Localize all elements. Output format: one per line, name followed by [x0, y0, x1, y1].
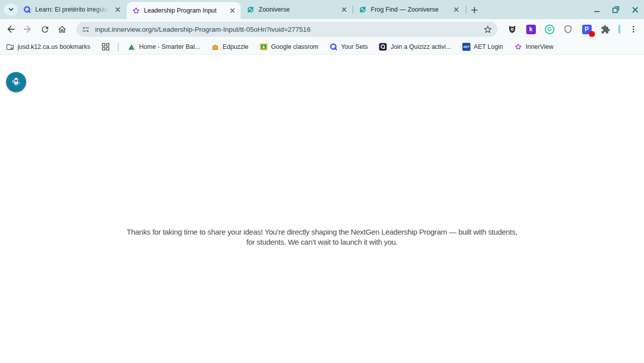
- extensions-area: k G P: [503, 24, 639, 35]
- forward-button[interactable]: [21, 22, 35, 36]
- aet-icon: AET: [462, 43, 470, 51]
- tab-title: Frog Find — Zooniverse: [371, 6, 449, 13]
- profile-avatar-strip[interactable]: [618, 25, 620, 34]
- tab-frog-find-zooniverse[interactable]: Frog Find — Zooniverse: [354, 0, 464, 19]
- bookmark-label: Edpuzzle: [222, 43, 248, 50]
- managed-folder-icon: [6, 43, 14, 51]
- plus-icon: [471, 7, 478, 14]
- bookmark-label: Join a Quizizz activi...: [390, 43, 451, 50]
- p-extension-icon[interactable]: P: [581, 24, 592, 35]
- innerview-logo-glyph-icon: [10, 76, 22, 88]
- tab-strip: Learn: El pretérito irregular | Qu Leade…: [0, 0, 644, 19]
- tab-divider: [466, 6, 466, 14]
- bookmarks-divider: [118, 43, 119, 51]
- zooniverse-icon: [359, 6, 367, 14]
- tab-close-button[interactable]: [340, 6, 348, 14]
- minimize-icon: [594, 7, 600, 13]
- bookmarks-bar: jusd.k12.ca.us bookmarks Home - Smarter …: [0, 39, 644, 55]
- tab-leadership-program-input[interactable]: Leadership Program Input: [127, 2, 240, 19]
- tab-title: Leadership Program Input: [144, 7, 225, 14]
- edpuzzle-icon: [211, 43, 219, 51]
- innerview-icon: [514, 43, 522, 51]
- zooniverse-icon: [247, 6, 255, 14]
- thank-you-message: Thanks for taking time to share your ide…: [123, 227, 521, 247]
- innerview-site-logo: [6, 72, 26, 92]
- bookmark-label: jusd.k12.ca.us bookmarks: [18, 43, 91, 50]
- window-controls: [591, 0, 641, 19]
- tab-title: Zooniverse: [259, 6, 337, 13]
- kebab-menu-icon: [629, 25, 637, 33]
- reload-icon: [40, 25, 50, 34]
- bookmark-google-classroom[interactable]: Google classrom: [260, 43, 318, 51]
- bookmark-innerview[interactable]: InnerView: [514, 43, 553, 51]
- home-button[interactable]: [55, 22, 69, 36]
- apps-shortcut-button[interactable]: [102, 43, 110, 51]
- bookmark-label: Your Sets: [341, 43, 368, 50]
- close-icon: [632, 7, 638, 13]
- kami-icon[interactable]: k: [525, 24, 536, 35]
- tab-close-button[interactable]: [113, 6, 122, 14]
- smarter-balanced-icon: [128, 43, 136, 51]
- bookmark-home-smarter-balanced[interactable]: Home - Smarter Bal...: [128, 43, 200, 51]
- chevron-down-icon: [8, 7, 14, 13]
- grammarly-icon[interactable]: G: [544, 24, 555, 35]
- url-text[interactable]: input.innerview.org/s/Leadership-Program…: [95, 26, 483, 33]
- tab-close-button[interactable]: [452, 6, 460, 14]
- address-bar[interactable]: input.innerview.org/s/Leadership-Program…: [76, 22, 498, 37]
- browser-menu-button[interactable]: [628, 24, 639, 35]
- quizlet-icon: [330, 43, 338, 51]
- bookmark-quizizz[interactable]: Join a Quizizz activi...: [379, 43, 451, 51]
- browser-toolbar: input.innerview.org/s/Leadership-Program…: [0, 19, 644, 39]
- tab-close-button[interactable]: [228, 7, 236, 15]
- extensions-puzzle-icon[interactable]: [600, 24, 611, 35]
- bookmark-aet-login[interactable]: AET AET Login: [462, 43, 503, 51]
- minimize-button[interactable]: [591, 4, 603, 16]
- managed-bookmarks-folder[interactable]: jusd.k12.ca.us bookmarks: [6, 43, 91, 51]
- back-arrow-icon: [6, 24, 16, 34]
- bookmark-edpuzzle[interactable]: Edpuzzle: [211, 43, 248, 51]
- notification-badge: [589, 31, 595, 37]
- apps-grid-icon: [102, 43, 110, 51]
- innerview-icon: [132, 7, 140, 15]
- tab-title: Learn: El pretérito irregular | Qu: [35, 6, 110, 13]
- tab-search-button[interactable]: [4, 4, 18, 16]
- quizizz-icon: [379, 43, 387, 51]
- back-button[interactable]: [4, 22, 18, 36]
- page-content: Thanks for taking time to share your ide…: [0, 55, 644, 363]
- tab-divider: [353, 6, 353, 14]
- site-info-icon[interactable]: [82, 25, 90, 34]
- restore-button[interactable]: [610, 4, 622, 16]
- bookmark-label: InnerView: [526, 43, 553, 50]
- forward-arrow-icon: [23, 24, 33, 34]
- restore-icon: [612, 6, 619, 13]
- bookmark-your-sets[interactable]: Your Sets: [330, 43, 368, 51]
- securly-mascot-icon[interactable]: [507, 24, 518, 35]
- bookmark-label: Home - Smarter Bal...: [139, 43, 200, 50]
- star-icon: [483, 25, 493, 34]
- bookmark-label: Google classrom: [271, 43, 318, 50]
- tab-zooniverse[interactable]: Zooniverse: [242, 0, 352, 19]
- tab-quizlet-learn[interactable]: Learn: El pretérito irregular | Qu: [18, 0, 126, 19]
- home-icon: [57, 25, 67, 34]
- bookmark-label: AET Login: [474, 43, 503, 50]
- close-window-button[interactable]: [629, 4, 641, 16]
- quizlet-icon: [23, 6, 31, 14]
- shield-icon[interactable]: [562, 24, 574, 35]
- reload-button[interactable]: [38, 22, 52, 36]
- bookmark-star-button[interactable]: [483, 25, 493, 34]
- google-classroom-icon: [260, 43, 268, 51]
- new-tab-button[interactable]: [468, 4, 480, 16]
